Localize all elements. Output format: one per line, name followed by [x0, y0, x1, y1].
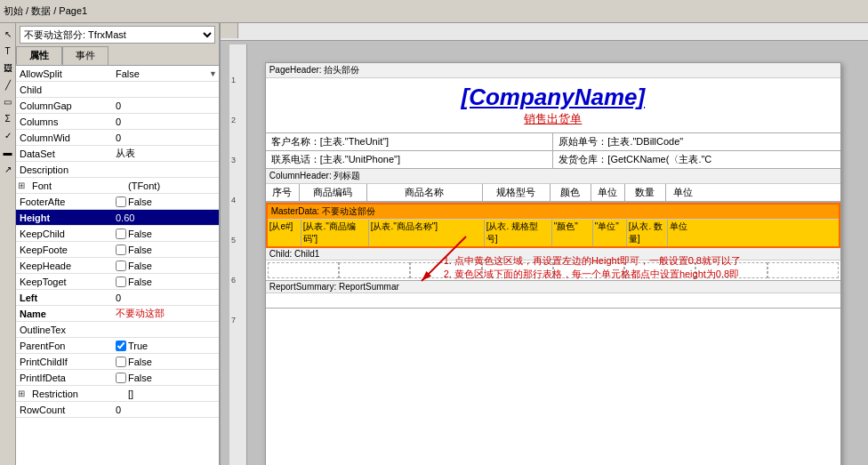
- masterdata-row: [从e#] [从表."商品编码"] [从表."商品名称"] [从衣. 规格型号]…: [268, 220, 839, 246]
- field-customerunit: 客户名称：[主表."TheUnit"]: [266, 133, 554, 150]
- prop-printifdeta[interactable]: PrintIfDeta False: [16, 370, 219, 386]
- prop-keepchild[interactable]: KeepChild False: [16, 226, 219, 242]
- ruler-top: 1 2 3 4 5 6 7 8 9 10 11 12 13 14: [221, 23, 868, 41]
- tab-events[interactable]: 事件: [62, 46, 108, 65]
- prop-keeptoget[interactable]: KeepToget False: [16, 274, 219, 290]
- prop-columns[interactable]: Columns 0: [16, 114, 219, 130]
- tab-properties[interactable]: 属性: [16, 46, 62, 65]
- arrow-icon[interactable]: ↗: [1, 162, 15, 176]
- col-header-color: 颜色: [551, 184, 591, 201]
- prop-footerafter[interactable]: FooterAfte False: [16, 194, 219, 210]
- prop-name-columngap: ColumnGap: [16, 100, 114, 111]
- prop-val-left: 0: [114, 293, 219, 303]
- prop-name-columnwid: ColumnWid: [16, 132, 114, 143]
- prop-keepheade[interactable]: KeepHeade False: [16, 258, 219, 274]
- ruler-v-3: 3: [231, 156, 236, 164]
- field-row-1: 客户名称：[主表."TheUnit"] 原始单号：[主表."DBillCode": [266, 133, 840, 151]
- prop-child[interactable]: Child: [16, 82, 219, 98]
- prop-checkbox-printifdeta[interactable]: [116, 373, 126, 383]
- col-header-itemname: 商品名称: [367, 184, 483, 201]
- prop-name-keeptoget: KeepToget: [16, 277, 114, 287]
- prop-checkbox-keepfoote[interactable]: [116, 245, 126, 255]
- picture-icon[interactable]: 🖼: [1, 60, 15, 75]
- prop-name-dataset: DataSet: [16, 148, 114, 159]
- ruler-v-5: 5: [231, 236, 236, 245]
- prop-name-font: Font: [28, 180, 126, 191]
- child-cell-2: [339, 262, 410, 278]
- sigma-icon[interactable]: Σ: [1, 111, 15, 125]
- data-cell-qty: [从衣. 数量]: [627, 220, 668, 246]
- section-masterdata[interactable]: MasterData: 不要动这部份 [从e#] [从表."商品编码"] [从表…: [266, 203, 840, 248]
- prop-height[interactable]: Height 0.60: [16, 210, 219, 226]
- main-area: ↖ T 🖼 ╱ ▭ Σ ✓ ▬ ↗ 不要动这部分: TfrxMast 属性 事件…: [0, 23, 868, 465]
- prop-left[interactable]: Left 0: [16, 290, 219, 306]
- prop-checkbox-keeptoget[interactable]: [116, 277, 126, 287]
- cursor-icon[interactable]: ↖: [1, 27, 15, 41]
- prop-name-rowcount: RowCount: [16, 405, 114, 415]
- prop-val-keepchild: False: [126, 228, 219, 239]
- col-header-seqno: 序号: [266, 184, 300, 201]
- prop-font[interactable]: ⊞ Font (TFont): [16, 178, 219, 194]
- prop-dataset[interactable]: DataSet 从表: [16, 146, 219, 162]
- prop-allowsplit[interactable]: AllowSplit False ▼: [16, 66, 219, 82]
- prop-name-outlinetex: OutlineTex: [16, 325, 114, 335]
- prop-val-columns: 0: [114, 116, 219, 127]
- prop-restriction[interactable]: ⊞ Restriction []: [16, 386, 219, 402]
- prop-checkbox-printchildif[interactable]: [116, 357, 126, 367]
- font-expand-icon[interactable]: ⊞: [16, 180, 28, 190]
- section-summary: ReportSummary: ReportSummar: [266, 281, 840, 309]
- data-cell-itemname: [从表."商品名称"]: [369, 220, 485, 246]
- rect-icon[interactable]: ▭: [1, 94, 15, 108]
- prop-name-description: Description: [16, 164, 114, 175]
- field-row-2: 联系电话：[主表."UnitPhone"] 发货仓库：[GetCKName(〈主…: [266, 151, 840, 169]
- prop-val-printifdeta: False: [126, 373, 219, 383]
- properties-list: AllowSplit False ▼ Child ColumnGap 0 Col…: [16, 66, 219, 465]
- prop-checkbox-footerafter[interactable]: [116, 196, 126, 207]
- prop-name-left: Left: [16, 293, 114, 303]
- report-canvas: PageHeader: 抬头部份 [CompanyName] 销售出货单 客户名…: [265, 62, 841, 465]
- field-unitphone: 联系电话：[主表."UnitPhone"]: [266, 151, 554, 168]
- col-header-spec: 规格型号: [483, 184, 551, 201]
- ruler-left: 1 2 3 4 5 6 7: [229, 44, 247, 465]
- section-pageheader: PageHeader: 抬头部份 [CompanyName] 销售出货单: [266, 63, 840, 133]
- data-cell-itemcode: [从表."商品编码"]: [301, 220, 369, 246]
- prop-name-restriction: Restriction: [28, 389, 126, 399]
- prop-val-footerafter: False: [126, 196, 219, 207]
- canvas-with-ruler: 1 2 3 4 5 6 7 PageHeader: 抬头部份: [229, 44, 859, 465]
- prop-val-name: 不要动这部: [114, 307, 219, 320]
- restriction-expand-icon[interactable]: ⊞: [16, 389, 28, 398]
- pageheader-content: [CompanyName] 销售出货单: [266, 78, 840, 132]
- canvas-area[interactable]: 1 2 3 4 5 6 7 8 9 10 11 12 13 14 1 2: [221, 23, 868, 465]
- prop-columngap[interactable]: ColumnGap 0: [16, 98, 219, 114]
- text-icon[interactable]: T: [1, 44, 15, 58]
- columnheader-label: ColumnHeader: 列标题: [266, 169, 840, 184]
- ruler-v-2: 2: [231, 116, 236, 124]
- prop-parentfon[interactable]: ParentFon True: [16, 338, 219, 354]
- prop-checkbox-keepheade[interactable]: [116, 261, 126, 271]
- ruler-v-7: 7: [231, 316, 236, 325]
- prop-printchildif[interactable]: PrintChildIf False: [16, 354, 219, 370]
- prop-columnwid[interactable]: ColumnWid 0: [16, 130, 219, 146]
- pageheader-label: PageHeader: 抬头部份: [266, 63, 840, 78]
- left-panel: 不要动这部分: TfrxMast 属性 事件 AllowSplit False …: [16, 23, 221, 465]
- prop-val-parentfon: True: [126, 341, 219, 351]
- barcode-icon[interactable]: ▬: [1, 145, 15, 159]
- prop-outlinetex[interactable]: OutlineTex: [16, 322, 219, 338]
- check-icon[interactable]: ✓: [1, 128, 15, 142]
- line-icon[interactable]: ╱: [1, 77, 15, 92]
- prop-name-columns: Columns: [16, 116, 114, 127]
- prop-val-restriction: []: [126, 389, 219, 399]
- prop-checkbox-keepchild[interactable]: [116, 228, 126, 239]
- component-dropdown[interactable]: 不要动这部分: TfrxMast: [20, 26, 215, 44]
- prop-name[interactable]: Name 不要动这部: [16, 306, 219, 322]
- field-warehouse: 发货仓库：[GetCKName(〈主表."C: [553, 151, 840, 168]
- prop-val-height: 0.60: [114, 212, 219, 223]
- company-subtitle: 销售出货单: [462, 111, 646, 127]
- prop-checkbox-parentfon[interactable]: [116, 341, 126, 351]
- column-header-row: 序号 商品编码 商品名称 规格型号 颜色 单位 数量 单位: [266, 184, 840, 202]
- ruler-corner: [221, 23, 238, 38]
- prop-rowcount[interactable]: RowCount 0: [16, 402, 219, 418]
- prop-description[interactable]: Description: [16, 162, 219, 178]
- prop-keepfoote[interactable]: KeepFoote False: [16, 242, 219, 258]
- left-icon-strip: ↖ T 🖼 ╱ ▭ Σ ✓ ▬ ↗: [0, 23, 16, 465]
